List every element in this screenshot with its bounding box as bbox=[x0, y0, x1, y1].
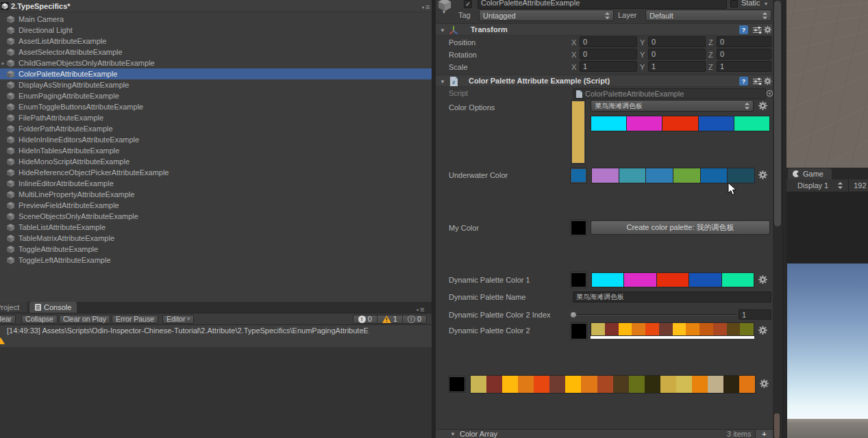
hierarchy-item[interactable]: HideInTablesAttributeExample bbox=[0, 145, 432, 156]
scrollbar-thumb[interactable] bbox=[774, 1, 781, 227]
hierarchy-item[interactable]: EnumPagingAttributeExample bbox=[0, 90, 432, 101]
palette-color[interactable] bbox=[689, 273, 721, 287]
palette-color[interactable] bbox=[708, 376, 723, 393]
position-x-field[interactable] bbox=[580, 36, 637, 47]
palette-color[interactable] bbox=[699, 323, 713, 335]
clear-button[interactable]: Clear bbox=[0, 315, 16, 324]
dynamic-palette-color2-swatch[interactable] bbox=[570, 322, 588, 340]
scale-x-field[interactable] bbox=[580, 61, 637, 72]
hierarchy-item[interactable]: FolderPathAttributeExample bbox=[0, 123, 432, 134]
foldout-icon[interactable]: ▼ bbox=[440, 27, 445, 34]
palette-color[interactable] bbox=[629, 376, 645, 393]
palette-color[interactable] bbox=[686, 323, 699, 335]
palette-color[interactable] bbox=[728, 168, 754, 183]
palette-color[interactable] bbox=[662, 116, 697, 131]
hierarchy-item[interactable]: ▸ChildGameObjectsOnlyAttributeExample bbox=[0, 57, 432, 68]
palette-color[interactable] bbox=[581, 376, 597, 393]
static-checkbox[interactable] bbox=[730, 0, 738, 8]
hierarchy-item[interactable]: HideReferenceObjectPickerAttributeExampl… bbox=[0, 167, 432, 178]
palette-color[interactable] bbox=[646, 168, 673, 183]
hierarchy-item[interactable]: TableListAttributeExample bbox=[0, 222, 432, 233]
gear-icon[interactable] bbox=[758, 101, 768, 111]
palette-color[interactable] bbox=[624, 273, 656, 287]
rotation-y-field[interactable] bbox=[648, 49, 706, 60]
palette-color[interactable] bbox=[632, 323, 645, 335]
hierarchy-item[interactable]: HideInInlineEditorsAttributeExample bbox=[0, 134, 432, 145]
log-count-badge[interactable]: ! 0 bbox=[402, 315, 426, 323]
palette-color[interactable] bbox=[518, 376, 534, 393]
index-slider-track[interactable] bbox=[577, 314, 736, 315]
foldout-icon[interactable]: ▼ bbox=[440, 79, 445, 85]
dynamic-palette-index-field[interactable] bbox=[739, 309, 771, 320]
hierarchy-item[interactable]: TableMatrixAttributeExample bbox=[0, 233, 432, 244]
gear-icon[interactable] bbox=[758, 170, 768, 180]
scene-view[interactable] bbox=[786, 0, 868, 168]
dynamic-palette-name-field[interactable] bbox=[573, 292, 771, 302]
add-element-button[interactable]: + bbox=[755, 430, 773, 438]
collapse-button[interactable]: Collapse bbox=[21, 315, 58, 324]
color-options-swatch[interactable] bbox=[571, 100, 586, 164]
palette-color[interactable] bbox=[645, 323, 659, 335]
object-picker-icon[interactable] bbox=[766, 90, 773, 97]
palette-color[interactable] bbox=[734, 116, 769, 131]
palette-color[interactable] bbox=[660, 376, 676, 393]
popup-arrows-icon[interactable] bbox=[838, 182, 843, 189]
scrollbar-thumb[interactable] bbox=[774, 413, 780, 438]
hierarchy-item[interactable]: ColorPaletteAttributeExample bbox=[0, 68, 432, 79]
gear-icon[interactable] bbox=[763, 77, 772, 86]
palette-color[interactable] bbox=[713, 323, 727, 335]
hierarchy-item[interactable]: InlineEditorAttributeExample bbox=[0, 178, 432, 189]
warning-count-badge[interactable]: 1 bbox=[377, 315, 402, 323]
create-palette-button[interactable]: Create color palette: 我的调色板 bbox=[591, 220, 770, 235]
palette-color[interactable] bbox=[740, 323, 754, 335]
script-object-field[interactable]: ColorPaletteAttributeExample bbox=[573, 88, 766, 99]
gear-icon[interactable] bbox=[758, 325, 768, 335]
presets-icon[interactable] bbox=[753, 77, 762, 86]
scene-header-row[interactable]: 2.TypeSpecifics* ▾≡ bbox=[0, 0, 432, 12]
palette-color[interactable] bbox=[592, 168, 619, 183]
gameobject-icon-caret[interactable]: ▾ bbox=[443, 9, 445, 15]
inspector-scrollbar[interactable] bbox=[773, 0, 783, 438]
presets-icon[interactable] bbox=[753, 26, 762, 34]
palette-color[interactable] bbox=[673, 168, 700, 183]
palette-color[interactable] bbox=[701, 168, 728, 183]
clear-on-play-button[interactable]: Clear on Play bbox=[59, 315, 110, 324]
hierarchy-item[interactable]: AssetSelectorAttributeExample bbox=[0, 47, 432, 57]
scale-z-field[interactable] bbox=[717, 61, 771, 72]
underwater-color-swatch[interactable] bbox=[570, 168, 587, 183]
console-log-entry[interactable]: [14:49:33] Assets\Scripts\Odin-Inspector… bbox=[0, 325, 432, 347]
palette-color[interactable] bbox=[605, 323, 619, 335]
palette-color[interactable] bbox=[591, 116, 626, 131]
panel-menu-icon[interactable]: ▾≡ bbox=[417, 305, 423, 313]
foldout-icon[interactable]: ▼ bbox=[450, 431, 456, 437]
dynamic-palette-color1-swatch[interactable] bbox=[570, 272, 587, 288]
palette-color[interactable] bbox=[597, 376, 613, 393]
hierarchy-item[interactable]: Directional Light bbox=[0, 25, 432, 36]
tab-project[interactable]: Project bbox=[0, 302, 27, 313]
active-checkbox[interactable]: ✓ bbox=[464, 0, 472, 8]
hierarchy-item[interactable]: SceneObjectsOnlyAttributeExample bbox=[0, 211, 432, 222]
error-count-badge[interactable]: ! 0 bbox=[354, 315, 377, 323]
color-array-header[interactable]: ▼ Color Array 3 items + bbox=[436, 429, 773, 438]
palette-color[interactable] bbox=[591, 323, 605, 335]
palette-color[interactable] bbox=[592, 273, 623, 287]
gear-icon[interactable] bbox=[758, 274, 768, 285]
scale-y-field[interactable] bbox=[648, 61, 706, 72]
editor-dropdown-button[interactable]: Editor ▾ bbox=[162, 315, 194, 324]
hierarchy-item[interactable]: ToggleAttributeExample bbox=[0, 244, 432, 255]
palette-dropdown[interactable]: 菜鸟海滩调色板 bbox=[591, 100, 754, 112]
display-dropdown[interactable]: Display 1 bbox=[797, 181, 828, 190]
palette-color[interactable] bbox=[471, 376, 486, 393]
hierarchy-item[interactable]: ToggleLeftAttributeExample bbox=[0, 255, 432, 266]
fall-row-swatch[interactable] bbox=[448, 376, 466, 393]
palette-color[interactable] bbox=[673, 323, 686, 335]
resolution-dropdown[interactable]: 192 bbox=[854, 181, 866, 190]
palette-color[interactable] bbox=[502, 376, 518, 393]
hierarchy-item[interactable]: Main Camera bbox=[0, 14, 432, 25]
palette-color[interactable] bbox=[727, 323, 741, 335]
palette-color[interactable] bbox=[723, 376, 739, 393]
rotation-x-field[interactable] bbox=[580, 49, 637, 60]
static-caret-icon[interactable]: ▾ bbox=[765, 1, 767, 7]
script-component-header[interactable]: ▼ # Color Palette Attribute Example (Scr… bbox=[436, 75, 773, 87]
panel-menu-icon[interactable]: ▾≡ bbox=[422, 3, 429, 11]
